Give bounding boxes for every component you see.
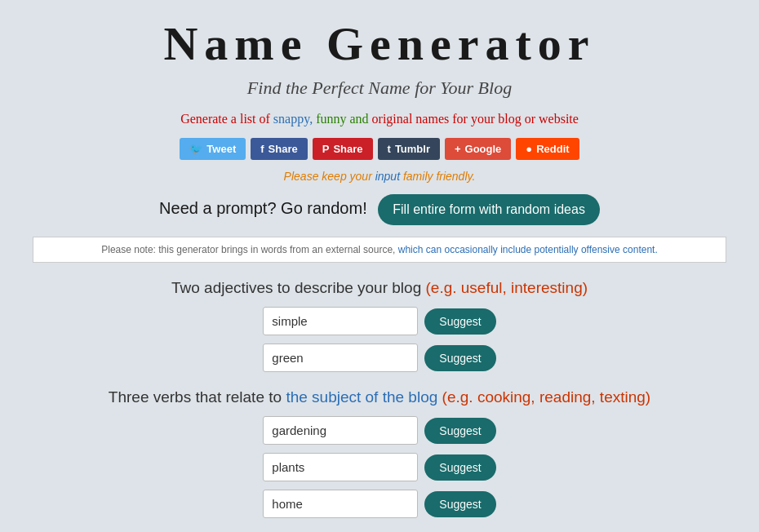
- notice-bar: Please note: this generator brings in wo…: [33, 237, 726, 263]
- facebook-icon: f: [260, 143, 264, 155]
- family-friendly-notice: Please keep your input family friendly.: [33, 170, 726, 183]
- verbs-label: Three verbs that relate to the subject o…: [33, 388, 726, 406]
- adjective-suggest-button-1[interactable]: Suggest: [424, 308, 495, 335]
- google-label: Google: [465, 143, 502, 155]
- social-buttons-bar: 🐦 Tweet f Share P Share t Tumblr + Googl…: [33, 138, 726, 160]
- tumblr-button[interactable]: t Tumblr: [378, 138, 440, 160]
- adjective-input-2[interactable]: [263, 344, 418, 372]
- verb-input-3[interactable]: [263, 490, 418, 518]
- google-button[interactable]: + Google: [445, 138, 511, 160]
- google-plus-icon: +: [455, 143, 461, 155]
- facebook-label: Share: [269, 143, 298, 155]
- page-subtitle: Find the Perfect Name for Your Blog: [33, 78, 726, 99]
- adjectives-section: Two adjectives to describe your blog (e.…: [33, 279, 726, 372]
- tweet-label: Tweet: [206, 143, 236, 155]
- random-prompt-area: Need a prompt? Go random! Fill entire fo…: [33, 194, 726, 225]
- verb-input-group-1: Suggest: [33, 416, 726, 445]
- reddit-icon: ●: [526, 143, 532, 155]
- random-prompt-text: Need a prompt? Go random! Fill entire fo…: [159, 199, 600, 217]
- tweet-button[interactable]: 🐦 Tweet: [180, 138, 246, 160]
- reddit-label: Reddit: [536, 143, 569, 155]
- pinterest-icon: P: [322, 143, 330, 155]
- pinterest-share-button[interactable]: P Share: [313, 138, 373, 160]
- verb-suggest-button-1[interactable]: Suggest: [424, 418, 495, 444]
- adjective-suggest-button-2[interactable]: Suggest: [424, 345, 495, 371]
- verbs-section: Three verbs that relate to the subject o…: [33, 388, 726, 518]
- fill-random-button[interactable]: Fill entire form with random ideas: [378, 194, 600, 225]
- reddit-button[interactable]: ● Reddit: [516, 138, 579, 160]
- verb-input-group-3: Suggest: [33, 490, 726, 518]
- adjectives-label: Two adjectives to describe your blog (e.…: [33, 279, 726, 297]
- page-description: Generate a list of snappy, funny and ori…: [33, 112, 726, 126]
- page-title: Name Generator: [33, 16, 726, 71]
- adjective-input-group-1: Suggest: [33, 307, 726, 335]
- tumblr-icon: t: [388, 143, 391, 155]
- verb-suggest-button-3[interactable]: Suggest: [424, 491, 495, 517]
- verb-input-1[interactable]: [263, 416, 418, 445]
- tumblr-label: Tumblr: [395, 143, 430, 155]
- adjective-input-1[interactable]: [263, 307, 418, 335]
- verb-suggest-button-2[interactable]: Suggest: [424, 454, 495, 481]
- verb-input-group-2: Suggest: [33, 453, 726, 481]
- pinterest-label: Share: [333, 143, 362, 155]
- twitter-icon: 🐦: [189, 143, 202, 155]
- adjective-input-group-2: Suggest: [33, 344, 726, 372]
- verb-input-2[interactable]: [263, 453, 418, 481]
- facebook-share-button[interactable]: f Share: [251, 138, 307, 160]
